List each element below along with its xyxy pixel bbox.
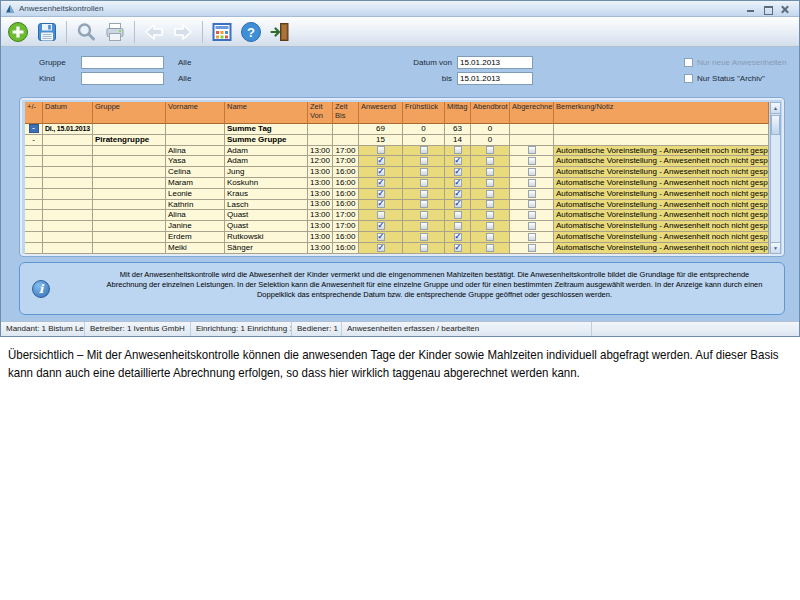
abgerechnet-checkbox[interactable] — [528, 244, 536, 252]
abgerechnet-checkbox[interactable] — [528, 222, 536, 230]
mittag-checkbox[interactable]: ✓ — [454, 233, 462, 241]
exit-button[interactable] — [267, 19, 293, 45]
mittag-checkbox[interactable]: ✓ — [454, 244, 462, 252]
nur-archiv-checkbox[interactable] — [684, 74, 693, 83]
fruehstueck-checkbox[interactable] — [420, 157, 428, 165]
bis-input[interactable] — [457, 72, 533, 85]
search-button[interactable] — [73, 19, 99, 45]
abendbrot-checkbox[interactable] — [486, 244, 494, 252]
abgerechnet-checkbox[interactable] — [528, 168, 536, 176]
anwesend-checkbox[interactable]: ✓ — [377, 244, 385, 252]
anwesend-checkbox[interactable]: ✓ — [377, 222, 385, 230]
abgerechnet-checkbox[interactable] — [528, 157, 536, 165]
mittag-checkbox[interactable]: ✓ — [454, 179, 462, 187]
column-header-8[interactable]: Frühstück — [403, 102, 445, 124]
abendbrot-checkbox[interactable] — [486, 222, 494, 230]
mittag-checkbox[interactable] — [454, 211, 462, 219]
navigate-forward-button[interactable] — [170, 19, 196, 45]
kind-input[interactable] — [81, 72, 164, 85]
abendbrot-checkbox[interactable] — [486, 179, 494, 187]
maximize-icon[interactable] — [763, 5, 772, 13]
fruehstueck-checkbox[interactable] — [420, 211, 428, 219]
attendance-row[interactable]: CelinaJung13:0016:00✓✓Automatische Vorei… — [25, 167, 769, 178]
column-header-5[interactable]: Zeit Von — [308, 102, 333, 124]
fruehstueck-checkbox[interactable] — [420, 168, 428, 176]
fruehstueck-checkbox[interactable] — [420, 244, 428, 252]
fruehstueck-checkbox[interactable] — [420, 179, 428, 187]
attendance-row[interactable]: JanineQuast13:0017:00✓Automatische Vorei… — [25, 221, 769, 232]
close-icon[interactable] — [780, 5, 789, 13]
anwesend-checkbox[interactable]: ✓ — [377, 179, 385, 187]
anwesend-checkbox[interactable]: ✓ — [377, 200, 385, 208]
abendbrot-checkbox[interactable] — [486, 200, 494, 208]
fruehstueck-checkbox[interactable] — [420, 200, 428, 208]
summary-row[interactable]: -PiratengruppeSumme Gruppe150140 — [25, 135, 769, 146]
mittag-checkbox[interactable]: ✓ — [454, 157, 462, 165]
mittag-checkbox[interactable] — [454, 146, 462, 154]
save-button[interactable] — [34, 19, 60, 45]
column-header-3[interactable]: Vorname — [166, 102, 225, 124]
fruehstueck-checkbox[interactable] — [420, 146, 428, 154]
vertical-scrollbar[interactable]: ▲ ▼ — [770, 102, 781, 254]
abendbrot-checkbox[interactable] — [486, 157, 494, 165]
anwesend-checkbox[interactable]: ✓ — [377, 190, 385, 198]
nur-neue-checkbox[interactable] — [684, 58, 693, 67]
collapse-icon[interactable]: - — [29, 124, 39, 133]
column-header-12[interactable]: Bemerkung/Notiz — [554, 102, 769, 124]
anwesend-checkbox[interactable] — [377, 211, 385, 219]
fruehstueck-checkbox[interactable] — [420, 190, 428, 198]
gruppe-input[interactable] — [81, 56, 164, 69]
scrollbar-thumb[interactable] — [771, 115, 780, 135]
attendance-row[interactable]: AlinaAdam13:0017:00Automatische Voreinst… — [25, 146, 769, 157]
abendbrot-checkbox[interactable] — [486, 233, 494, 241]
anwesend-checkbox[interactable]: ✓ — [377, 233, 385, 241]
datum-von-input[interactable] — [457, 56, 533, 69]
mittag-checkbox[interactable]: ✓ — [454, 200, 462, 208]
abgerechnet-checkbox[interactable] — [528, 233, 536, 241]
abendbrot-checkbox[interactable] — [486, 146, 494, 154]
print-button[interactable] — [102, 19, 128, 45]
mittag-checkbox[interactable] — [454, 222, 462, 230]
mittag-checkbox[interactable]: ✓ — [454, 190, 462, 198]
abgerechnet-checkbox[interactable] — [528, 190, 536, 198]
abendbrot-checkbox[interactable] — [486, 190, 494, 198]
attendance-row[interactable]: MaramKoskuhn13:0016:00✓✓Automatische Vor… — [25, 178, 769, 189]
column-header-4[interactable]: Name — [225, 102, 308, 124]
expander-cell[interactable]: - — [25, 135, 43, 146]
add-button[interactable] — [5, 19, 31, 45]
abendbrot-checkbox[interactable] — [486, 168, 494, 176]
calendar-button[interactable] — [209, 19, 235, 45]
attendance-row[interactable]: YasaAdam12:0017:00✓✓Automatische Voreins… — [25, 156, 769, 167]
column-header-0[interactable]: +/- — [25, 102, 43, 124]
abgerechnet-checkbox[interactable] — [528, 179, 536, 187]
column-header-11[interactable]: Abgerechnet — [510, 102, 554, 124]
attendance-row[interactable]: MeikiSänger13:0016:00✓✓Automatische Vore… — [25, 243, 769, 254]
anwesend-checkbox[interactable]: ✓ — [377, 157, 385, 165]
column-header-2[interactable]: Gruppe — [93, 102, 166, 124]
navigate-back-button[interactable] — [141, 19, 167, 45]
minimize-icon[interactable] — [746, 5, 755, 13]
abgerechnet-checkbox[interactable] — [528, 200, 536, 208]
column-header-7[interactable]: Anwesend — [359, 102, 403, 124]
scroll-down-icon[interactable]: ▼ — [771, 242, 780, 253]
anwesend-checkbox[interactable] — [377, 146, 385, 154]
help-button[interactable]: ? — [238, 19, 264, 45]
anwesend-checkbox[interactable]: ✓ — [377, 168, 385, 176]
column-header-6[interactable]: Zeit Bis — [333, 102, 359, 124]
abgerechnet-checkbox[interactable] — [528, 146, 536, 154]
attendance-row[interactable]: KathrinLasch13:0016:00✓✓Automatische Vor… — [25, 200, 769, 211]
fruehstueck-checkbox[interactable] — [420, 222, 428, 230]
attendance-row[interactable]: LeonieKraus13:0016:00✓✓Automatische Vore… — [25, 189, 769, 200]
attendance-row[interactable]: ErdemRutkowski13:0016:00✓✓Automatische V… — [25, 232, 769, 243]
summary-row[interactable]: -Di., 15.01.2013Summe Tag690630 — [25, 124, 769, 135]
abgerechnet-checkbox[interactable] — [528, 211, 536, 219]
mittag-checkbox[interactable]: ✓ — [454, 168, 462, 176]
scroll-up-icon[interactable]: ▲ — [771, 103, 780, 114]
column-header-1[interactable]: Datum — [43, 102, 93, 124]
title-bar[interactable]: Anwesenheitskontrollen — [1, 1, 799, 17]
attendance-row[interactable]: AlinaQuast13:0017:00Automatische Voreins… — [25, 210, 769, 221]
fruehstueck-checkbox[interactable] — [420, 233, 428, 241]
abendbrot-checkbox[interactable] — [486, 211, 494, 219]
column-header-10[interactable]: Abendbrot — [471, 102, 510, 124]
column-header-9[interactable]: Mittag — [445, 102, 471, 124]
